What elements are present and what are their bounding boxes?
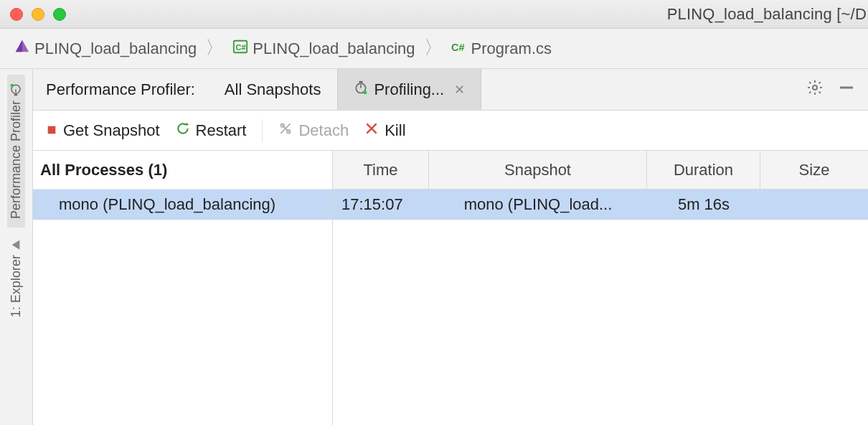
stopwatch-icon <box>9 83 24 96</box>
explorer-icon <box>9 239 24 251</box>
sidebar-tab-performance-profiler[interactable]: Performance Profiler <box>7 75 25 228</box>
left-gutter: Performance Profiler 1: Explorer <box>0 69 33 425</box>
tab-label: Profiling... <box>374 80 444 99</box>
titlebar: PLINQ_load_balancing [~/D <box>0 0 868 29</box>
profiler-panel-title: Performance Profiler: <box>33 69 208 110</box>
tab-label: All Snapshots <box>225 80 321 99</box>
close-tab-icon[interactable]: ✕ <box>454 82 465 98</box>
toolbar-separator <box>262 120 263 141</box>
window-controls <box>10 8 66 21</box>
maximize-window-button[interactable] <box>53 8 66 21</box>
restart-icon <box>176 121 190 140</box>
process-item[interactable]: mono (PLINQ_load_balancing) <box>33 190 332 220</box>
svg-point-14 <box>813 85 817 90</box>
process-tree: All Processes (1) mono (PLINQ_load_balan… <box>33 151 333 425</box>
cell-time: 17:15:07 <box>333 190 429 220</box>
restart-button[interactable]: Restart <box>176 121 247 140</box>
kill-button[interactable]: Kill <box>364 121 405 140</box>
stopwatch-icon <box>354 80 368 99</box>
minimize-window-button[interactable] <box>32 8 44 21</box>
detach-icon <box>278 121 293 140</box>
button-label: Get Snapshot <box>63 121 160 140</box>
svg-point-13 <box>364 90 367 94</box>
kill-icon <box>364 121 379 140</box>
button-label: Detach <box>298 121 349 140</box>
button-label: Restart <box>196 121 247 140</box>
breadcrumb-item-project[interactable]: C# PLINQ_load_balancing <box>232 39 415 59</box>
table-row[interactable]: 17:15:07 mono (PLINQ_load... 5m 16s <box>333 190 868 220</box>
breadcrumb-separator-icon: 〉 <box>205 35 224 60</box>
svg-marker-1 <box>16 39 22 52</box>
table-header-row: Time Snapshot Duration Size <box>333 151 868 190</box>
breadcrumb-item-file[interactable]: C# Program.cs <box>451 39 552 59</box>
profiler-toolbar: Get Snapshot Restart Detach Kill <box>33 111 868 151</box>
process-tree-header[interactable]: All Processes (1) <box>33 151 332 190</box>
svg-text:C#: C# <box>451 41 465 52</box>
svg-rect-16 <box>48 126 56 134</box>
snapshot-table: Time Snapshot Duration Size 17:15:07 mon… <box>333 151 868 425</box>
breadcrumb-label: PLINQ_load_balancing <box>34 39 197 58</box>
breadcrumb-item-solution[interactable]: PLINQ_load_balancing <box>14 39 197 59</box>
svg-rect-12 <box>359 80 363 83</box>
column-header-size[interactable]: Size <box>760 151 868 189</box>
process-item-label: mono (PLINQ_load_balancing) <box>59 195 275 214</box>
cell-duration: 5m 16s <box>647 190 760 220</box>
breadcrumb-label: PLINQ_load_balancing <box>253 39 415 58</box>
column-header-snapshot[interactable]: Snapshot <box>429 151 647 189</box>
breadcrumb-label: Program.cs <box>471 39 552 58</box>
hide-panel-button[interactable] <box>838 79 855 101</box>
record-icon <box>46 121 57 140</box>
svg-marker-9 <box>12 240 20 249</box>
column-header-duration[interactable]: Duration <box>647 151 760 189</box>
column-header-time[interactable]: Time <box>333 151 429 189</box>
csharp-project-icon: C# <box>232 39 248 59</box>
cell-size <box>760 190 868 220</box>
breadcrumb: PLINQ_load_balancing 〉 C# PLINQ_load_bal… <box>0 29 868 69</box>
csharp-file-icon: C# <box>451 39 467 59</box>
button-label: Kill <box>385 121 405 140</box>
svg-text:C#: C# <box>236 42 246 51</box>
sidebar-tab-label: 1: Explorer <box>9 255 24 317</box>
solution-icon <box>14 39 30 59</box>
sidebar-tab-explorer[interactable]: 1: Explorer <box>7 230 25 326</box>
detach-button: Detach <box>278 121 349 140</box>
profiler-tab-bar: Performance Profiler: All Snapshots Prof… <box>33 69 868 111</box>
svg-point-8 <box>11 84 14 88</box>
sidebar-tab-label: Performance Profiler <box>9 101 24 219</box>
tab-all-snapshots[interactable]: All Snapshots <box>208 69 338 110</box>
breadcrumb-separator-icon: 〉 <box>424 35 443 60</box>
main-panel: Performance Profiler: All Snapshots Prof… <box>33 69 868 425</box>
cell-snapshot: mono (PLINQ_load... <box>429 190 647 220</box>
close-window-button[interactable] <box>10 8 23 21</box>
tab-profiling[interactable]: Profiling... ✕ <box>337 69 481 110</box>
settings-button[interactable] <box>806 79 824 101</box>
get-snapshot-button[interactable]: Get Snapshot <box>46 121 160 140</box>
svg-rect-7 <box>14 94 18 95</box>
window-title: PLINQ_load_balancing [~/D <box>667 5 868 24</box>
